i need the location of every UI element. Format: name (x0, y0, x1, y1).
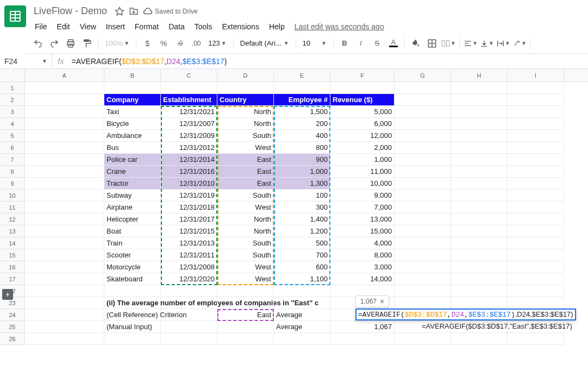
cell-company-12[interactable]: Scooter (104, 249, 161, 261)
menu-help[interactable]: Help (265, 20, 289, 33)
add-row-button[interactable]: + (2, 289, 13, 300)
cell-rev-6[interactable]: 10,000 (330, 178, 395, 190)
cell-emp-6[interactable]: 1,300 (274, 178, 330, 190)
cell-emp-7[interactable]: 100 (274, 190, 330, 202)
cell-est-9[interactable]: 12/31/2017 (161, 213, 217, 225)
cell-country-7[interactable]: South (217, 190, 274, 202)
cell-rev-8[interactable]: 7,000 (330, 202, 395, 213)
cell-rev-10[interactable]: 15,000 (330, 225, 395, 237)
row-head-2[interactable]: 2 (0, 94, 24, 106)
tooltip-close-icon[interactable]: × (380, 297, 384, 306)
cell-est-6[interactable]: 12/31/2010 (161, 178, 217, 190)
cell-company-5[interactable]: Crane (104, 166, 161, 178)
percent-button[interactable]: % (156, 36, 171, 51)
cell-est-2[interactable]: 12/31/2009 (161, 130, 217, 142)
summary-title[interactable]: (ii) The average number of employees of … (104, 297, 161, 309)
cell-emp-2[interactable]: 400 (274, 130, 330, 142)
fill-color-button[interactable] (408, 36, 423, 51)
name-box[interactable]: F24 ▼ (0, 54, 52, 68)
zoom-select[interactable]: 100%▼ (102, 39, 133, 47)
cell-emp-9[interactable]: 1,400 (274, 213, 330, 225)
cell-company-8[interactable]: Airplane (104, 202, 161, 213)
cell-est-4[interactable]: 12/31/2014 (161, 154, 217, 166)
cell-company-9[interactable]: Helicopter (104, 213, 161, 225)
last-edit-link[interactable]: Last edit was seconds ago (290, 20, 389, 33)
cell-rev-9[interactable]: 13,000 (330, 213, 395, 225)
cell-country-2[interactable]: South (217, 130, 274, 142)
cell-country-14[interactable]: West (217, 273, 274, 285)
row-head-6[interactable]: 6 (0, 142, 24, 154)
cell-est-12[interactable]: 12/31/2011 (161, 249, 217, 261)
cell-est-11[interactable]: 12/31/2013 (161, 237, 217, 249)
cell-rev-4[interactable]: 1,000 (330, 154, 395, 166)
label-average-24[interactable]: Average (274, 309, 330, 321)
active-formula-cell[interactable]: =AVERAGEIF($D$3:$D$17,D24,$E$3:$E$17),D2… (355, 309, 576, 320)
redo-button[interactable] (47, 36, 62, 51)
label-manual-input[interactable]: (Manual Input) (104, 321, 161, 333)
number-format-select[interactable]: 123▼ (205, 39, 230, 47)
row-head-10[interactable]: 10 (0, 190, 24, 202)
cell-est-10[interactable]: 12/31/2015 (161, 225, 217, 237)
col-head-G[interactable]: G (395, 69, 451, 81)
row-head-4[interactable]: 4 (0, 118, 24, 130)
cell-emp-1[interactable]: 200 (274, 118, 330, 130)
cell-rev-14[interactable]: 14,000 (330, 273, 395, 285)
col-head-B[interactable]: B (104, 69, 161, 81)
cell-country-0[interactable]: North (217, 106, 274, 118)
cell-country-4[interactable]: East (217, 154, 274, 166)
paint-format-button[interactable] (79, 36, 95, 51)
decrease-decimal-button[interactable]: .0 (172, 36, 187, 51)
row-head-17[interactable]: 17 (0, 273, 24, 285)
menu-data[interactable]: Data (164, 20, 189, 33)
row-head-24[interactable]: 24 (0, 309, 24, 321)
label-cell-ref-criterion[interactable]: (Cell Reference) Criterion (104, 309, 161, 321)
cell-est-7[interactable]: 12/31/2019 (161, 190, 217, 202)
cell-emp-8[interactable]: 300 (274, 202, 330, 213)
cell-country-5[interactable]: East (217, 166, 274, 178)
cell-company-1[interactable]: Bicycle (104, 118, 161, 130)
undo-button[interactable] (30, 36, 46, 51)
cell-est-5[interactable]: 12/31/2016 (161, 166, 217, 178)
cell-est-14[interactable]: 12/31/2020 (161, 273, 217, 285)
cell-country-10[interactable]: North (217, 225, 274, 237)
hdr-country[interactable]: Country (217, 94, 274, 106)
cell-company-3[interactable]: Bus (104, 142, 161, 154)
hdr-employee[interactable]: Employee # (274, 94, 330, 106)
star-icon[interactable] (115, 7, 124, 16)
sheets-logo[interactable] (4, 5, 26, 27)
col-head-F[interactable]: F (330, 69, 395, 81)
text-color-button[interactable]: A (386, 36, 401, 51)
col-head-A[interactable]: A (25, 69, 104, 81)
row-head-16[interactable]: 16 (0, 261, 24, 273)
cell-country-11[interactable]: South (217, 237, 274, 249)
cell-country-9[interactable]: North (217, 213, 274, 225)
row-head-3[interactable]: 3 (0, 106, 24, 118)
currency-button[interactable]: $ (140, 36, 155, 51)
col-head-H[interactable]: H (451, 69, 508, 81)
row-head-8[interactable]: 8 (0, 166, 24, 178)
col-head-E[interactable]: E (274, 69, 330, 81)
col-head-I[interactable]: I (508, 69, 564, 81)
cell-est-8[interactable]: 12/31/2018 (161, 202, 217, 213)
cell-country-6[interactable]: East (217, 178, 274, 190)
row-head-5[interactable]: 5 (0, 130, 24, 142)
label-average-25[interactable]: Average (274, 321, 330, 333)
menu-insert[interactable]: Insert (102, 20, 129, 33)
result-1067[interactable]: 1,067 (330, 321, 395, 333)
menu-tools[interactable]: Tools (190, 20, 217, 33)
cell-est-3[interactable]: 12/31/2012 (161, 142, 217, 154)
cell-est-1[interactable]: 12/31/2007 (161, 118, 217, 130)
cell-company-2[interactable]: Ambulance (104, 130, 161, 142)
row-head-14[interactable]: 14 (0, 237, 24, 249)
row-head-13[interactable]: 13 (0, 225, 24, 237)
cell-company-11[interactable]: Train (104, 237, 161, 249)
merge-cells-button[interactable]: ▼ (441, 36, 456, 51)
cell-emp-11[interactable]: 500 (274, 237, 330, 249)
italic-button[interactable]: I (353, 36, 368, 51)
cell-emp-13[interactable]: 600 (274, 261, 330, 273)
cell-emp-3[interactable]: 800 (274, 142, 330, 154)
cell-rev-3[interactable]: 2,000 (330, 142, 395, 154)
col-head-C[interactable]: C (161, 69, 217, 81)
cell-emp-5[interactable]: 1,000 (274, 166, 330, 178)
formula-input[interactable]: =AVERAGEIF($D$3:$D$17,D24,$E$3:$E$17) (70, 56, 588, 67)
